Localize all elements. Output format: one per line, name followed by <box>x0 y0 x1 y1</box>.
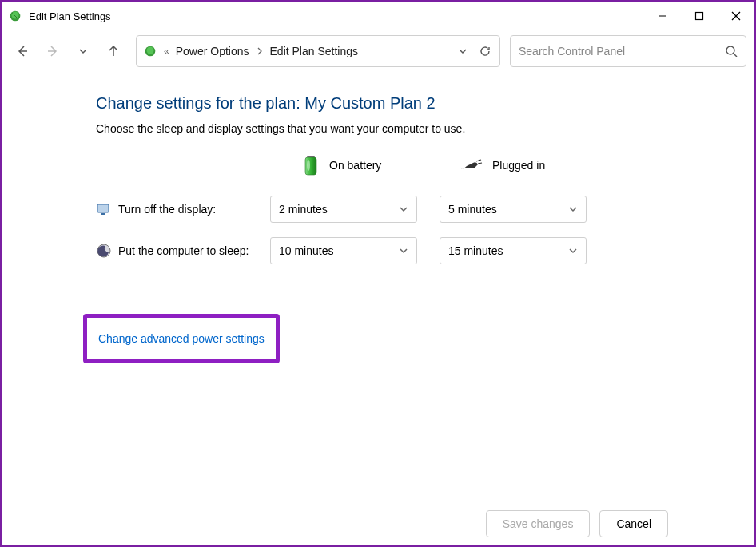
refresh-button[interactable] <box>477 43 493 59</box>
breadcrumb-root-chevron[interactable]: « <box>164 46 169 57</box>
display-battery-select[interactable]: 2 minutes <box>270 196 417 223</box>
plug-icon <box>459 158 483 172</box>
sleep-setting-row: Put the computer to sleep: 10 minutes 15… <box>96 237 738 264</box>
chevron-down-icon <box>399 246 408 256</box>
display-plugged-value: 5 minutes <box>448 203 568 216</box>
svg-point-7 <box>147 47 154 54</box>
address-dropdown-icon[interactable] <box>455 43 471 59</box>
on-battery-label: On battery <box>329 159 381 172</box>
page-description: Choose the sleep and display settings th… <box>96 122 738 135</box>
breadcrumb-separator <box>256 47 264 55</box>
plugged-in-label: Plugged in <box>492 159 545 172</box>
svg-point-12 <box>307 160 310 171</box>
sleep-plugged-select[interactable]: 15 minutes <box>440 237 587 264</box>
minimize-button[interactable] <box>644 3 681 29</box>
sleep-battery-value: 10 minutes <box>279 244 399 257</box>
svg-rect-3 <box>696 13 703 20</box>
navigation-row: « Power Options Edit Plan Settings Searc… <box>2 30 754 72</box>
svg-point-1 <box>12 12 19 19</box>
power-options-icon <box>143 44 157 58</box>
chevron-down-icon <box>568 246 578 256</box>
sleep-icon <box>96 243 112 259</box>
display-icon <box>96 201 112 217</box>
mode-header-row: On battery Plugged in <box>96 154 738 176</box>
chevron-down-icon <box>568 204 578 214</box>
maximize-button[interactable] <box>681 3 718 29</box>
svg-line-9 <box>734 54 737 57</box>
svg-line-13 <box>476 160 481 161</box>
address-bar[interactable]: « Power Options Edit Plan Settings <box>136 35 500 67</box>
breadcrumb-edit-plan[interactable]: Edit Plan Settings <box>270 45 359 57</box>
app-icon <box>8 9 22 23</box>
advanced-power-link[interactable]: Change advanced power settings <box>98 332 265 345</box>
nav-arrows <box>14 43 121 59</box>
sleep-battery-select[interactable]: 10 minutes <box>270 237 417 264</box>
search-placeholder: Search Control Panel <box>519 45 725 57</box>
cancel-button[interactable]: Cancel <box>599 510 668 537</box>
svg-line-14 <box>478 163 482 164</box>
recent-dropdown[interactable] <box>75 43 91 59</box>
window-controls <box>644 3 754 29</box>
on-battery-header: On battery <box>302 154 459 176</box>
window-title: Edit Plan Settings <box>29 10 644 22</box>
content-area: Change settings for the plan: My Custom … <box>2 72 754 501</box>
display-setting-row: Turn off the display: 2 minutes 5 minute… <box>96 196 738 223</box>
svg-point-8 <box>726 46 734 54</box>
display-label: Turn off the display: <box>118 203 270 216</box>
window-frame: Edit Plan Settings <box>0 0 756 547</box>
chevron-down-icon <box>399 204 408 214</box>
search-input[interactable]: Search Control Panel <box>510 35 746 67</box>
plugged-in-header: Plugged in <box>459 158 615 172</box>
advanced-link-highlight: Change advanced power settings <box>83 314 280 363</box>
sleep-plugged-value: 15 minutes <box>448 244 568 257</box>
battery-icon <box>302 154 320 176</box>
search-icon <box>725 45 738 57</box>
titlebar: Edit Plan Settings <box>2 2 754 30</box>
breadcrumb-power-options[interactable]: Power Options <box>176 45 249 57</box>
back-button[interactable] <box>14 43 30 59</box>
display-plugged-select[interactable]: 5 minutes <box>440 196 587 223</box>
sleep-label: Put the computer to sleep: <box>118 244 270 257</box>
svg-rect-16 <box>101 213 105 215</box>
save-button[interactable]: Save changes <box>486 510 591 537</box>
forward-button[interactable] <box>45 43 61 59</box>
up-button[interactable] <box>105 43 121 59</box>
close-button[interactable] <box>718 3 754 29</box>
footer-bar: Save changes Cancel <box>2 501 754 545</box>
page-heading: Change settings for the plan: My Custom … <box>96 94 738 113</box>
svg-rect-15 <box>97 204 109 212</box>
display-battery-value: 2 minutes <box>279 203 399 216</box>
